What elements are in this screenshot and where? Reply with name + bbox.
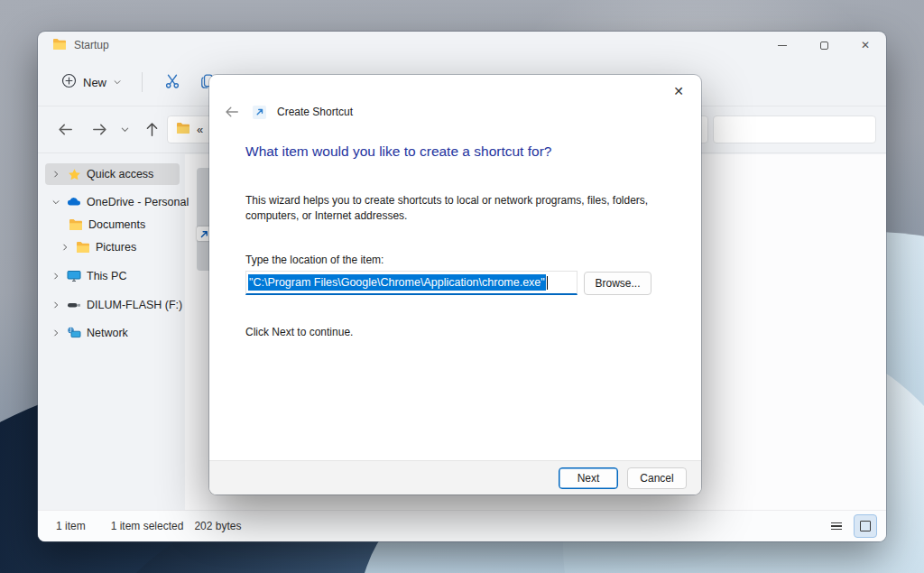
minimize-icon bbox=[778, 45, 787, 46]
location-label: Type the location of the item: bbox=[245, 254, 383, 266]
details-view-icon bbox=[831, 522, 842, 531]
chevron-right-icon[interactable] bbox=[60, 243, 70, 252]
explorer-titlebar[interactable]: Startup ✕ bbox=[38, 32, 886, 59]
toolbar-divider bbox=[142, 72, 143, 92]
sidebar-item-label: Network bbox=[87, 327, 128, 339]
up-button[interactable] bbox=[138, 116, 165, 143]
recent-locations-button[interactable] bbox=[116, 116, 133, 143]
new-button-label: New bbox=[83, 76, 106, 89]
icons-view-button[interactable] bbox=[854, 514, 877, 538]
forward-button[interactable] bbox=[86, 116, 113, 143]
cut-button[interactable] bbox=[155, 68, 189, 97]
plus-circle-icon bbox=[61, 73, 77, 91]
sidebar-item-label: This PC bbox=[87, 270, 126, 282]
minimize-button[interactable] bbox=[762, 32, 803, 59]
star-icon bbox=[67, 167, 81, 181]
folder-icon bbox=[52, 37, 67, 54]
sidebar-item-label: OneDrive - Personal bbox=[87, 196, 189, 208]
text-caret bbox=[547, 276, 548, 290]
dialog-header: Create Shortcut bbox=[222, 102, 353, 122]
back-button[interactable] bbox=[51, 116, 79, 143]
browse-button[interactable]: Browse... bbox=[584, 272, 651, 295]
search-input[interactable] bbox=[713, 116, 876, 143]
arrow-left-icon bbox=[225, 105, 239, 119]
network-icon bbox=[67, 326, 81, 340]
sidebar-item-usb-drive[interactable]: DILUM-FLASH (F:) bbox=[45, 294, 180, 316]
sidebar-item-pictures[interactable]: Pictures bbox=[45, 236, 180, 258]
window-title: Startup bbox=[74, 39, 109, 51]
monitor-icon bbox=[67, 269, 81, 283]
desktop: Startup ✕ New bbox=[0, 0, 924, 573]
cancel-button[interactable]: Cancel bbox=[627, 467, 687, 489]
folder-icon bbox=[176, 121, 190, 138]
chevron-down-icon[interactable] bbox=[51, 198, 61, 207]
usb-drive-icon bbox=[67, 298, 81, 312]
folder-icon bbox=[76, 240, 90, 254]
breadcrumb-overflow[interactable]: « bbox=[197, 123, 203, 136]
status-item-count: 1 item bbox=[56, 520, 86, 532]
status-bar: 1 item 1 item selected 202 bytes bbox=[38, 510, 886, 541]
chevron-right-icon[interactable] bbox=[51, 272, 61, 281]
chevron-down-icon bbox=[120, 125, 130, 134]
create-shortcut-dialog: ✕ Create Shortcut What item would you li… bbox=[209, 75, 701, 494]
dialog-back-button[interactable] bbox=[222, 102, 242, 122]
close-button[interactable]: ✕ bbox=[845, 32, 886, 59]
scissors-icon bbox=[164, 73, 180, 92]
new-button[interactable]: New bbox=[52, 68, 131, 97]
chevron-right-icon[interactable] bbox=[51, 300, 61, 310]
onedrive-cloud-icon bbox=[67, 195, 81, 209]
dialog-description: This wizard helps you to create shortcut… bbox=[245, 193, 697, 223]
dialog-hint: Click Next to continue. bbox=[245, 326, 353, 338]
sidebar-item-quick-access[interactable]: Quick access bbox=[45, 163, 180, 185]
sidebar-item-label: Documents bbox=[88, 218, 145, 231]
chevron-right-icon[interactable] bbox=[51, 170, 61, 179]
sidebar: Quick access OneDrive - Personal Documen… bbox=[38, 154, 185, 510]
arrow-left-icon bbox=[58, 122, 73, 137]
shortcut-icon bbox=[253, 106, 266, 119]
close-icon: ✕ bbox=[861, 39, 870, 51]
status-selection: 1 item selected bbox=[111, 520, 184, 532]
sidebar-item-documents[interactable]: Documents bbox=[45, 214, 180, 236]
dialog-footer: Next Cancel bbox=[209, 460, 701, 494]
sidebar-item-label: Pictures bbox=[96, 241, 136, 254]
close-icon: ✕ bbox=[673, 84, 684, 98]
dialog-title: Create Shortcut bbox=[277, 106, 353, 118]
location-input[interactable]: "C:\Program Files\Google\Chrome\Applicat… bbox=[245, 271, 578, 295]
next-button[interactable]: Next bbox=[559, 467, 618, 489]
maximize-icon bbox=[820, 42, 828, 50]
folder-icon bbox=[69, 217, 83, 232]
dialog-heading: What item would you like to create a sho… bbox=[245, 143, 551, 160]
arrow-right-icon bbox=[92, 122, 107, 137]
arrow-up-icon bbox=[144, 122, 160, 137]
sidebar-item-onedrive[interactable]: OneDrive - Personal bbox=[45, 191, 180, 213]
sidebar-item-this-pc[interactable]: This PC bbox=[45, 265, 180, 287]
dialog-close-button[interactable]: ✕ bbox=[665, 79, 692, 104]
location-input-selected-text: "C:\Program Files\Google\Chrome\Applicat… bbox=[248, 274, 546, 291]
chevron-down-icon bbox=[113, 76, 122, 89]
sidebar-item-label: DILUM-FLASH (F:) bbox=[87, 299, 182, 311]
chevron-right-icon[interactable] bbox=[51, 328, 61, 337]
status-size: 202 bytes bbox=[194, 520, 241, 532]
maximize-button[interactable] bbox=[803, 32, 845, 59]
icons-view-icon bbox=[860, 521, 871, 531]
details-view-button[interactable] bbox=[825, 514, 848, 538]
sidebar-item-network[interactable]: Network bbox=[45, 322, 180, 344]
sidebar-item-label: Quick access bbox=[87, 168, 153, 180]
